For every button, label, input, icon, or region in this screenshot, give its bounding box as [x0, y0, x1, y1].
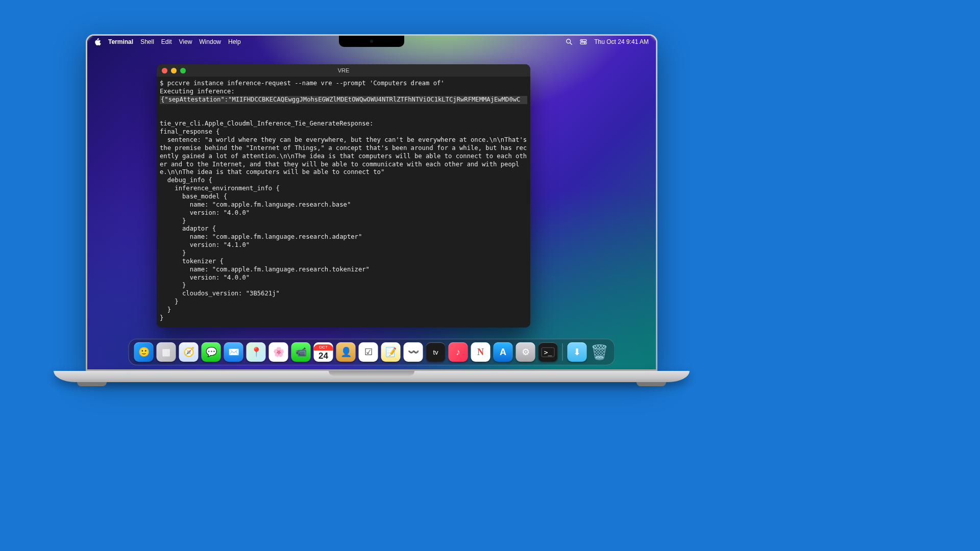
window-close-button[interactable] — [162, 68, 167, 73]
menubar-item-edit[interactable]: Edit — [161, 38, 172, 45]
terminal-response-body: final_response { sentence: "a world wher… — [160, 128, 530, 321]
dock-separator — [562, 343, 563, 361]
dock-app-calendar[interactable]: OCT24 — [314, 342, 333, 362]
dock-app-downloads[interactable]: ⬇︎ — [568, 342, 587, 362]
dock-app-safari[interactable]: 🧭 — [179, 342, 199, 362]
dock-app-photos[interactable]: 🌸 — [269, 342, 288, 362]
window-zoom-button[interactable] — [180, 68, 186, 73]
laptop-frame: Terminal Shell Edit View Window Help Thu… — [86, 34, 657, 382]
svg-rect-2 — [580, 40, 586, 42]
dock-app-maps[interactable]: 📍 — [247, 342, 266, 362]
terminal-exec-line: Executing inference: — [160, 88, 235, 95]
apple-menu-icon[interactable] — [94, 38, 101, 46]
laptop-feet — [54, 381, 690, 386]
svg-point-5 — [584, 43, 585, 44]
screen: Terminal Shell Edit View Window Help Thu… — [87, 36, 656, 369]
svg-rect-4 — [580, 42, 586, 44]
menubar-clock[interactable]: Thu Oct 24 9:41 AM — [594, 38, 649, 45]
terminal-body[interactable]: $ pccvre instance inference-request --na… — [157, 77, 530, 328]
dock-app-mail[interactable]: ✉️ — [224, 342, 243, 362]
menubar-item-view[interactable]: View — [179, 38, 192, 45]
laptop-base — [54, 371, 690, 382]
notch — [339, 36, 404, 47]
menubar-app-name[interactable]: Terminal — [108, 38, 133, 45]
dock-app-settings[interactable]: ⚙︎ — [516, 342, 535, 362]
menubar-item-window[interactable]: Window — [199, 38, 221, 45]
terminal-cmd-line: $ pccvre instance inference-request --na… — [160, 80, 445, 87]
dock-app-news[interactable]: N — [471, 342, 491, 362]
terminal-title: VRE — [157, 67, 530, 73]
menubar-item-shell[interactable]: Shell — [140, 38, 154, 45]
terminal-attestation-line: {"sepAttestation":"MIIFHDCCBKECAQEwggJMo… — [160, 96, 527, 104]
dock-app-contacts[interactable]: 👤 — [336, 342, 356, 362]
screen-bezel: Terminal Shell Edit View Window Help Thu… — [86, 34, 657, 371]
svg-line-1 — [570, 43, 572, 44]
dock-app-trash[interactable]: 🗑️ — [590, 342, 609, 362]
dock-app-facetime[interactable]: 📹 — [291, 342, 311, 362]
dock-app-messages[interactable]: 💬 — [202, 342, 221, 362]
spotlight-icon[interactable] — [566, 38, 573, 45]
terminal-titlebar[interactable]: VRE — [157, 64, 530, 77]
menubar-item-help[interactable]: Help — [228, 38, 241, 45]
dock: 🙂▦🧭💬✉️📍🌸📹OCT24👤☑︎📝〰️tv♪NA⚙︎>_⬇︎🗑️ — [129, 339, 615, 365]
dock-app-launchpad[interactable]: ▦ — [157, 342, 176, 362]
window-minimize-button[interactable] — [171, 68, 177, 73]
terminal-tie-header: tie_vre_cli.Apple_Cloudml_Inference_Tie_… — [160, 120, 373, 127]
dock-app-appstore[interactable]: A — [494, 342, 513, 362]
dock-app-terminal[interactable]: >_ — [538, 342, 558, 362]
terminal-window[interactable]: VRE $ pccvre instance inference-request … — [157, 64, 530, 328]
dock-app-music[interactable]: ♪ — [449, 342, 468, 362]
svg-point-0 — [567, 39, 571, 43]
dock-app-freeform[interactable]: 〰️ — [404, 342, 423, 362]
control-center-icon[interactable] — [580, 38, 587, 45]
dock-app-tv[interactable]: tv — [426, 342, 446, 362]
svg-point-3 — [582, 40, 583, 41]
dock-app-notes[interactable]: 📝 — [381, 342, 401, 362]
dock-app-reminders[interactable]: ☑︎ — [359, 342, 378, 362]
dock-app-finder[interactable]: 🙂 — [134, 342, 154, 362]
